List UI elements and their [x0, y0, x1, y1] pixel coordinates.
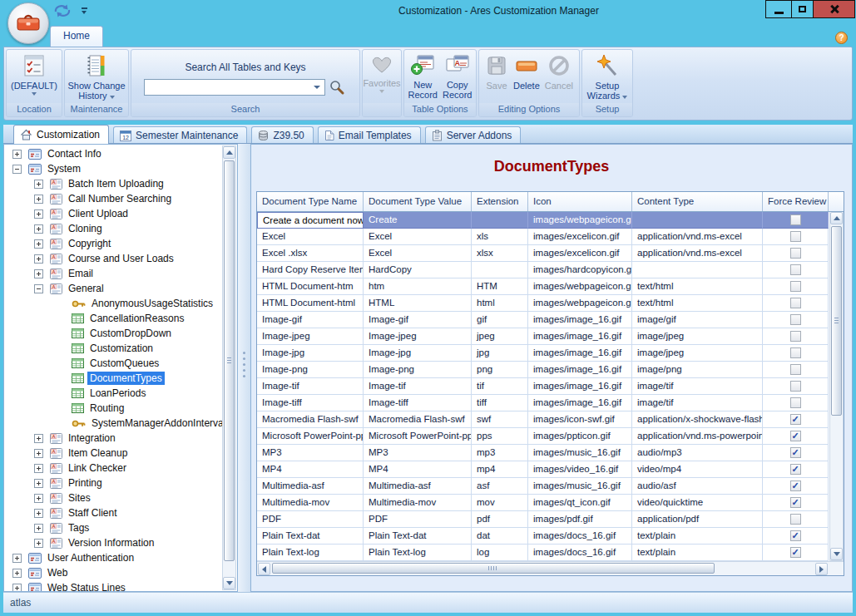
cell-content-type[interactable]: image/tif	[632, 378, 763, 395]
cell-document-type-name[interactable]: HTML Document-htm	[257, 278, 364, 295]
tree-item-email[interactable]: AEmail	[4, 266, 222, 281]
column-header-extension[interactable]: Extension	[472, 192, 528, 211]
tree-item-copyright[interactable]: ACopyright	[4, 236, 222, 251]
cell-icon[interactable]: images/image_16.gif	[528, 328, 632, 345]
tree-item-client-upload[interactable]: AClient Upload	[4, 206, 222, 221]
expand-plus-icon[interactable]	[34, 269, 43, 278]
table-row-microsoft-powerpoint-pps[interactable]: Microsoft PowerPoint-ppsMicrosoft PowerP…	[257, 428, 844, 445]
scroll-down-button[interactable]	[830, 548, 843, 560]
cancel-button[interactable]: Cancel	[542, 52, 576, 92]
cell-icon[interactable]: images/ppticon.gif	[528, 428, 632, 445]
expand-plus-icon[interactable]	[34, 494, 43, 503]
expand-plus-icon[interactable]	[34, 209, 43, 219]
cell-content-type[interactable]: image/png	[632, 362, 763, 378]
tab-server-addons[interactable]: Server Addons	[425, 126, 522, 143]
cell-document-type-name[interactable]: Image-tif	[257, 378, 364, 395]
cell-content-type[interactable]: audio/mp3	[632, 445, 763, 461]
tree-item-batch-item-uploading[interactable]: ABatch Item Uploading	[4, 176, 222, 191]
cell-document-type-value[interactable]: Excel	[364, 229, 472, 245]
cell-document-type-value[interactable]: Image-jpeg	[364, 328, 472, 345]
cell-document-type-name[interactable]: Plain Text-dat	[257, 528, 364, 545]
cell-document-type-name[interactable]: Image-jpeg	[257, 328, 364, 345]
grid-hscroll-thumb[interactable]	[272, 563, 715, 574]
cell-document-type-name[interactable]: Multimedia-asf	[257, 478, 364, 495]
force-review-checkbox[interactable]	[790, 464, 801, 475]
favorites-button[interactable]: Favorites	[360, 52, 403, 95]
cell-content-type[interactable]: video/mp4	[632, 461, 763, 478]
table-row-hard-copy-reserve-item[interactable]: Hard Copy Reserve ItemHardCopyimages/har…	[257, 262, 844, 278]
table-row-image-jpeg[interactable]: Image-jpegImage-jpegjpegimages/image_16.…	[257, 328, 844, 345]
expand-plus-icon[interactable]	[12, 150, 22, 159]
cell-extension[interactable]: tiff	[472, 395, 528, 411]
tree-scrollbar[interactable]	[222, 145, 236, 590]
table-row-excel[interactable]: ExcelExcelxlsimages/excelicon.gifapplica…	[257, 229, 844, 245]
column-header-icon[interactable]: Icon	[528, 192, 632, 211]
cell-document-type-name[interactable]: HTML Document-html	[257, 295, 364, 312]
grid-horizontal-scrollbar[interactable]	[257, 561, 844, 575]
cell-document-type-value[interactable]: Create	[364, 212, 472, 229]
cell-document-type-name[interactable]: Macromedia Flash-swf	[257, 411, 364, 428]
tree-item-customqueues[interactable]: CustomQueues	[4, 356, 222, 371]
force-review-checkbox[interactable]	[790, 298, 801, 308]
tree-item-integration[interactable]: AIntegration	[4, 431, 222, 446]
cell-icon[interactable]: images/docs_16.gif	[528, 528, 632, 545]
cell-document-type-value[interactable]: Plain Text-dat	[364, 528, 472, 545]
expand-plus-icon[interactable]	[34, 509, 43, 518]
tree-item-link-checker[interactable]: ALink Checker	[4, 461, 222, 476]
cell-document-type-value[interactable]: Image-gif	[364, 312, 472, 328]
close-button[interactable]	[813, 1, 854, 17]
collapse-minus-icon[interactable]	[12, 165, 22, 174]
cell-document-type-name[interactable]: MP4	[257, 461, 364, 478]
setup-wizards-button[interactable]: SetupWizards	[585, 52, 631, 102]
force-review-checkbox[interactable]	[790, 381, 801, 392]
cell-icon[interactable]: images/music_16.gif	[528, 478, 632, 495]
cell-extension[interactable]: xls	[472, 229, 528, 245]
tree-item-cloning[interactable]: ACloning	[4, 221, 222, 236]
tree-item-tags[interactable]: ATags	[4, 520, 222, 535]
cell-content-type[interactable]: application/vnd.ms-excel	[632, 229, 763, 245]
search-input[interactable]	[144, 79, 325, 96]
column-header-force-review[interactable]: Force Review	[763, 192, 829, 211]
cell-icon[interactable]: images/video_16.gif	[528, 461, 632, 478]
tree-item-general[interactable]: AGeneral	[4, 281, 222, 296]
tree-item-systemmanageraddoninterval[interactable]: SystemManagerAddonInterval	[4, 416, 222, 431]
cell-extension[interactable]: log	[472, 545, 528, 561]
cell-extension[interactable]: gif	[472, 312, 528, 328]
cell-content-type[interactable]: audio/asf	[632, 478, 763, 495]
cell-document-type-name[interactable]: Microsoft PowerPoint-pps	[257, 428, 364, 445]
cell-document-type-value[interactable]: PDF	[364, 511, 472, 528]
force-review-checkbox[interactable]	[790, 331, 801, 342]
grid-vscroll-thumb[interactable]	[831, 226, 842, 416]
expand-plus-icon[interactable]	[34, 195, 43, 204]
cell-extension[interactable]: dat	[472, 528, 528, 545]
expand-plus-icon[interactable]	[34, 254, 43, 264]
cell-document-type-value[interactable]: Plain Text-log	[364, 545, 472, 561]
sync-button[interactable]	[50, 3, 75, 21]
cell-document-type-name[interactable]: Multimedia-mov	[257, 495, 364, 511]
cell-document-type-value[interactable]: Macromedia Flash-swf	[364, 411, 472, 428]
cell-document-type-value[interactable]: Image-jpg	[364, 345, 472, 362]
table-row-html-document-htm[interactable]: HTML Document-htmhtmHTMimages/webpageico…	[257, 278, 844, 295]
cell-content-type[interactable]: image/tif	[632, 395, 763, 411]
expand-plus-icon[interactable]	[12, 584, 22, 592]
tree-scrollbar-thumb[interactable]	[224, 160, 235, 561]
cell-content-type[interactable]: application/pdf	[632, 511, 763, 528]
table-row-macromedia-flash-swf[interactable]: Macromedia Flash-swfMacromedia Flash-swf…	[257, 411, 844, 428]
tree-item-course-and-user-loads[interactable]: ACourse and User Loads	[4, 251, 222, 266]
table-row-pdf[interactable]: PDFPDFpdfimages/pdf.gifapplication/pdf	[257, 511, 844, 528]
tree-item-loanperiods[interactable]: LoanPeriods	[4, 386, 222, 401]
maximize-button[interactable]	[791, 1, 813, 17]
cell-document-type-value[interactable]: MP4	[364, 461, 472, 478]
tab-customization[interactable]: Customization	[13, 125, 109, 144]
tab-z39-50[interactable]: Z39.50	[251, 126, 313, 143]
table-row-plain-text-log[interactable]: Plain Text-logPlain Text-loglogimages/do…	[257, 545, 844, 561]
panel-splitter[interactable]	[238, 144, 250, 592]
table-row-multimedia-mov[interactable]: Multimedia-movMultimedia-movmovimages/qt…	[257, 495, 844, 511]
cell-document-type-value[interactable]: htm	[364, 278, 472, 295]
copy-record-button[interactable]: A CopyRecord	[440, 52, 474, 101]
tree-item-contact-info[interactable]: Contact Info	[4, 146, 222, 161]
force-review-checkbox[interactable]	[790, 347, 801, 358]
cell-document-type-value[interactable]: HTML	[364, 295, 472, 312]
table-row-mp3[interactable]: MP3MP3mp3images/music_16.gifaudio/mp3	[257, 445, 844, 461]
cell-content-type[interactable]: video/quicktime	[632, 495, 763, 511]
